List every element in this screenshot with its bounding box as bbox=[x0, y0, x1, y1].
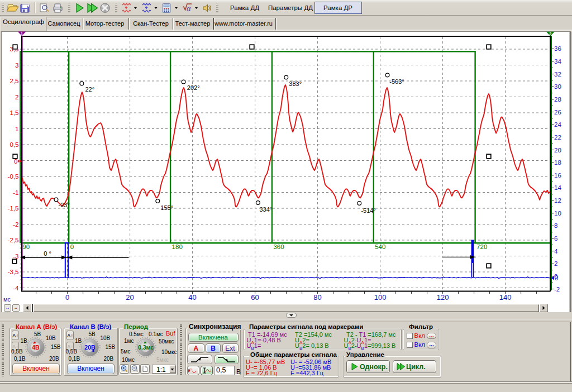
svg-text:1: 1 bbox=[15, 126, 18, 132]
svg-text:360: 360 bbox=[273, 243, 284, 250]
svg-text:36: 36 bbox=[554, 45, 561, 52]
svg-text:-2,5: -2,5 bbox=[8, 237, 19, 243]
svg-text:-3,5: -3,5 bbox=[8, 269, 19, 275]
svg-text:0: 0 bbox=[65, 293, 69, 302]
svg-text:3: 3 bbox=[15, 62, 18, 69]
svg-text:334°: 334° bbox=[260, 206, 273, 213]
svg-text:24: 24 bbox=[554, 121, 561, 128]
svg-text:0: 0 bbox=[555, 274, 559, 282]
svg-text:140: 140 bbox=[499, 293, 512, 302]
svg-text:20: 20 bbox=[554, 147, 561, 154]
svg-text:34: 34 bbox=[554, 58, 561, 65]
svg-text:60: 60 bbox=[251, 293, 259, 302]
svg-text:-514°: -514° bbox=[361, 207, 375, 214]
svg-text:155°: 155° bbox=[160, 204, 173, 211]
svg-text:80: 80 bbox=[313, 293, 321, 302]
svg-text:20: 20 bbox=[126, 293, 134, 302]
svg-text:40: 40 bbox=[188, 293, 196, 302]
svg-text:18: 18 bbox=[554, 159, 561, 166]
svg-text:0 °: 0 ° bbox=[44, 250, 51, 257]
svg-text:-2: -2 bbox=[554, 286, 560, 293]
svg-text:22: 22 bbox=[554, 134, 561, 141]
svg-text:720: 720 bbox=[476, 243, 487, 250]
svg-text:2: 2 bbox=[15, 94, 18, 101]
svg-text:-2: -2 bbox=[13, 221, 18, 228]
svg-text:мс: мс bbox=[3, 296, 11, 303]
svg-text:16: 16 bbox=[554, 172, 561, 179]
svg-text:4: 4 bbox=[554, 248, 558, 255]
svg-text:180: 180 bbox=[172, 243, 183, 250]
svg-text:0,5: 0,5 bbox=[10, 141, 19, 148]
svg-text:32: 32 bbox=[554, 71, 561, 78]
svg-text:202°: 202° bbox=[187, 84, 200, 91]
svg-text:-3: -3 bbox=[13, 253, 18, 260]
svg-text:28: 28 bbox=[554, 96, 561, 103]
svg-text:-563°: -563° bbox=[389, 78, 404, 85]
svg-text:1,5: 1,5 bbox=[10, 109, 19, 116]
svg-text:-1: -1 bbox=[13, 189, 18, 196]
svg-text:2,5: 2,5 bbox=[10, 78, 19, 84]
svg-text:26: 26 bbox=[554, 109, 561, 116]
svg-text:12: 12 bbox=[554, 197, 561, 204]
svg-text:100: 100 bbox=[374, 293, 387, 302]
svg-text:1: 1 bbox=[21, 31, 23, 36]
svg-text:-4: -4 bbox=[13, 285, 19, 291]
svg-text:30: 30 bbox=[554, 83, 561, 90]
svg-text:10: 10 bbox=[554, 210, 561, 217]
svg-text:2: 2 bbox=[554, 260, 557, 267]
svg-text:-0,5: -0,5 bbox=[8, 173, 19, 180]
svg-text:540: 540 bbox=[375, 243, 385, 250]
svg-text:14: 14 bbox=[554, 184, 561, 191]
svg-text:22°: 22° bbox=[85, 86, 95, 93]
svg-text:2: 2 bbox=[549, 31, 552, 36]
svg-text:6: 6 bbox=[554, 235, 557, 242]
svg-text:0: 0 bbox=[70, 243, 74, 250]
svg-text:-1,5: -1,5 bbox=[8, 205, 19, 212]
svg-text:0: 0 bbox=[14, 158, 17, 165]
svg-text:-23°: -23° bbox=[59, 202, 70, 208]
svg-text:383°: 383° bbox=[289, 80, 302, 87]
svg-text:120: 120 bbox=[437, 293, 449, 302]
svg-text:8: 8 bbox=[554, 222, 557, 229]
